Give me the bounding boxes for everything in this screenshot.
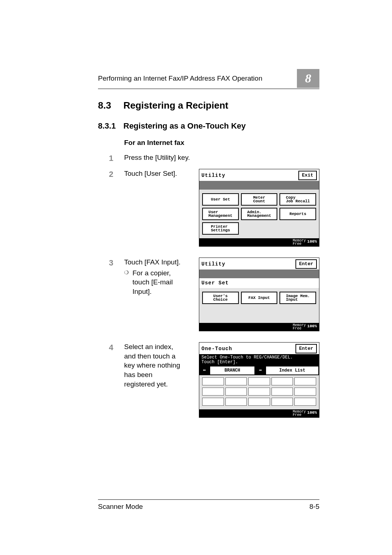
one-touch-slot[interactable] [225, 388, 247, 396]
memory-label: Memory Free [293, 410, 306, 417]
footer-left: Scanner Mode [98, 502, 143, 511]
index-list-tab[interactable]: Index List [265, 366, 319, 375]
admin-management-button[interactable]: Admin. Management [241, 208, 278, 220]
one-touch-slot[interactable] [202, 388, 224, 396]
memory-free-indicator: Memory Free 100% [199, 238, 319, 246]
enter-button[interactable]: Enter [295, 344, 317, 353]
memory-label: Memory Free [293, 239, 306, 246]
step-number: 1 [109, 153, 124, 164]
section-title: Registering a Recipient [123, 100, 228, 111]
instruction-line-2: Touch [Enter]. [201, 360, 317, 365]
section-number: 8.3 [98, 99, 123, 112]
step-note: ❍ For a copier, touch [E-mail Input]. [124, 268, 181, 296]
memory-value: 100% [307, 410, 317, 417]
subsection-heading: 8.3.1Registering as a One-Touch Key [98, 121, 319, 131]
user-set-button[interactable]: User Set [202, 193, 239, 206]
screen-subtitle: User Set [199, 278, 319, 288]
one-touch-slot[interactable] [225, 398, 247, 406]
user-management-button[interactable]: User Management [202, 208, 239, 220]
instruction-band: Select One-Touch to REG/CHANGE/DEL. Touc… [199, 354, 319, 366]
branch-tab[interactable]: BRANCH [209, 366, 255, 375]
step-number: 3 [109, 258, 124, 268]
one-touch-slots [199, 375, 319, 409]
enter-button[interactable]: Enter [295, 259, 317, 269]
one-touch-slot[interactable] [271, 398, 293, 406]
one-touch-slot[interactable] [248, 388, 270, 396]
users-choice-button[interactable]: User's Choice [202, 292, 239, 304]
one-touch-slot[interactable] [271, 377, 293, 385]
footer-right: 8-5 [310, 502, 319, 511]
memory-free-indicator: Memory Free 100% [199, 409, 319, 417]
utility-main-screen: Utility Exit User Set Meter Count Copy J… [199, 169, 319, 247]
printer-settings-button[interactable]: Printer Settings [202, 222, 239, 235]
next-index-arrow-icon[interactable]: ➡ [255, 366, 265, 375]
step-number: 2 [109, 169, 124, 180]
note-bullet-icon: ❍ [124, 269, 129, 276]
fax-input-button[interactable]: FAX Input [241, 292, 278, 304]
running-header: Performing an Internet Fax/IP Address FA… [98, 74, 262, 83]
memory-value: 100% [307, 324, 317, 330]
one-touch-slot[interactable] [294, 398, 316, 406]
step-text: Touch [FAX Input]. [124, 258, 180, 266]
step-2: 2 Touch [User Set]. [109, 169, 181, 180]
copy-job-recall-button[interactable]: Copy Job Recall [279, 193, 316, 206]
step-text: Touch [User Set]. [124, 169, 181, 178]
reports-button[interactable]: Reports [279, 208, 316, 220]
prev-index-arrow-icon[interactable]: ⬅ [199, 366, 209, 375]
page-footer: Scanner Mode 8-5 [98, 499, 319, 511]
step-4: 4 Select an index, and then touch a key … [109, 342, 181, 389]
one-touch-slot[interactable] [248, 398, 270, 406]
one-touch-slot[interactable] [248, 377, 270, 385]
memory-value: 100% [307, 239, 317, 246]
dark-band [199, 270, 319, 278]
one-touch-slot[interactable] [294, 388, 316, 396]
paragraph-heading: For an Internet fax [124, 138, 319, 147]
utility-userset-screen: Utility Enter User Set User's Choice FAX… [199, 258, 319, 331]
empty-area [199, 305, 319, 323]
section-heading: 8.3Registering a Recipient [98, 99, 319, 112]
header-rule [98, 89, 319, 89]
step-text: Select an index, and then touch a key wh… [124, 342, 181, 389]
image-mem-input-button[interactable]: Image Mem. Input [279, 292, 316, 304]
step-3: 3 Touch [FAX Input]. ❍ For a copier, tou… [109, 258, 181, 296]
screen-title: One-Touch [201, 345, 232, 352]
one-touch-screen: One-Touch Enter Select One-Touch to REG/… [199, 342, 319, 418]
note-text: For a copier, touch [E-mail Input]. [132, 268, 181, 296]
one-touch-slot[interactable] [271, 388, 293, 396]
subsection-title: Registering as a One-Touch Key [123, 121, 246, 130]
screen-title: Utility [201, 261, 225, 268]
memory-free-indicator: Memory Free 100% [199, 323, 319, 331]
chapter-number-box: 8 [297, 69, 319, 88]
step-number: 4 [109, 342, 124, 353]
one-touch-slot[interactable] [202, 377, 224, 385]
dark-band [199, 181, 319, 190]
subsection-number: 8.3.1 [98, 121, 123, 131]
step-1: 1 Press the [Utility] key. [109, 153, 319, 164]
step-text: Press the [Utility] key. [124, 153, 319, 162]
screen-title: Utility [201, 172, 225, 179]
memory-label: Memory Free [293, 324, 306, 330]
meter-count-button[interactable]: Meter Count [241, 193, 278, 206]
one-touch-slot[interactable] [225, 377, 247, 385]
exit-button[interactable]: Exit [298, 171, 317, 180]
one-touch-slot[interactable] [202, 398, 224, 406]
one-touch-slot[interactable] [294, 377, 316, 385]
